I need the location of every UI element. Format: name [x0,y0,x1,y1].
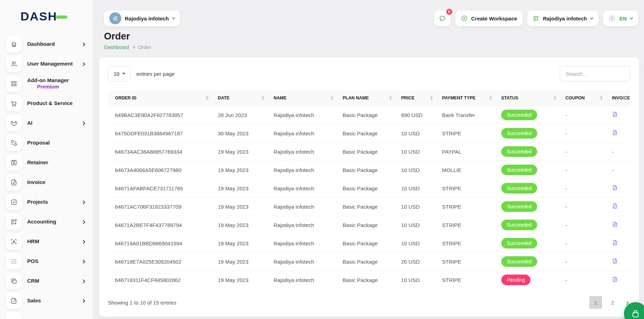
plan-name-cell: Basic Package [338,197,397,216]
invoice-file-icon[interactable] [612,258,618,264]
column-order-id[interactable]: ORDER ID [108,90,214,106]
invoice-file-icon[interactable] [612,111,618,118]
grid-plus-icon [533,15,539,22]
page-button-1[interactable]: 1 [589,296,602,309]
invoice-cell: - [608,161,630,179]
breadcrumb-dashboard-link[interactable]: Dashboard [104,44,129,50]
sidebar-item-label: Sales [27,297,41,304]
plan-name-cell: Basic Package [338,252,397,271]
main-area: Rajodiya infotech 0 Create Workspace Raj… [92,0,644,317]
invoice-file-icon[interactable] [612,129,618,136]
coupon-cell: - [561,234,608,252]
sort-icon [389,96,392,100]
chevron-right-icon [82,297,85,304]
sidebar-item-label: Retainer [27,159,48,166]
table-row: 64673A4064A5E60672798019 May 2023Rajodiy… [108,161,630,179]
shopping-bag-icon [631,309,640,319]
page-button-2[interactable]: 2 [606,296,619,309]
column-status[interactable]: STATUS [497,90,561,106]
topbar: Rajodiya infotech 0 Create Workspace Raj… [92,0,644,26]
sidebar-item-label: Add-on Manager Premium [27,77,69,90]
chat-button[interactable]: 0 [434,11,450,26]
order-id-cell: 649BAC3E80A2F827783857 [108,106,214,124]
column-payment-type[interactable]: PAYMENT TYPE [438,90,497,106]
chevron-right-icon [132,46,135,49]
sidebar-item-ai[interactable]: AI [6,115,87,131]
workspace-avatar [109,12,121,24]
invoice-cell [608,216,630,234]
invoice-file-icon[interactable] [612,184,618,191]
column-name[interactable]: NAME [269,90,338,106]
apps-icon [6,75,22,92]
app-logo[interactable]: DASH [20,9,92,23]
name-cell: Rajodiya infotech [269,124,338,142]
sort-icon [600,96,603,100]
invoice-cell [608,252,630,271]
order-id-cell: 6475DDFE031B3884967187 [108,124,214,142]
invoice-cell [608,234,630,252]
home-icon [6,36,22,52]
chevron-right-icon [82,238,85,245]
create-workspace-label: Create Workspace [471,16,517,22]
sidebar-item-user-management[interactable]: User Management [6,56,87,72]
entries-per-page-select[interactable]: 10 [108,66,130,81]
table-row: 646718E7A025E30920450219 May 2023Rajodiy… [108,252,630,271]
create-workspace-button[interactable]: Create Workspace [455,11,523,26]
sidebar-item-dashboard[interactable]: Dashboard [6,36,87,52]
account-selector[interactable]: Rajodiya infotech [527,11,598,26]
column-plan-name[interactable]: PLAN NAME [338,90,397,106]
invoice-file-icon[interactable] [612,276,618,283]
column-coupon[interactable]: COUPON [561,90,608,106]
date-cell: 19 May 2023 [214,179,269,197]
sort-icon [206,96,209,100]
sidebar-item-partial[interactable] [6,312,87,319]
ai-icon [6,115,22,131]
sidebar-item-hrm[interactable]: HRM [6,233,87,250]
payment-type-cell: STRIPE [438,179,497,197]
sidebar-item-label: HRM [27,238,39,245]
workspace-selector[interactable]: Rajodiya infotech [104,11,180,26]
status-cell: Succeeded [497,161,561,179]
sidebar-item-product-service[interactable]: Product & Service [6,95,87,111]
sidebar-item-retainer[interactable]: Retainer [6,154,87,171]
coupon-cell: - [561,106,608,124]
sidebar-item-pos[interactable]: POS [6,253,87,269]
file-icon [6,174,22,190]
status-badge: Succeeded [501,128,537,139]
language-selector[interactable]: EN [603,11,638,26]
date-cell: 19 May 2023 [214,197,269,216]
app-logo-text: DASH [20,10,57,23]
sidebar-item-sales[interactable]: Sales [6,293,87,309]
price-cell: 10 USD [397,124,438,142]
invoice-file-icon[interactable] [612,239,618,246]
column-invoice[interactable]: INVOICE [608,90,630,106]
invoice-file-icon[interactable] [612,203,618,209]
sidebar-item-crm[interactable]: CRM [6,273,87,289]
sidebar-item-proposal[interactable]: Proposal [6,135,87,151]
plan-name-cell: Basic Package [338,216,397,234]
column-price[interactable]: PRICE [397,90,438,106]
sidebar-item-accounting[interactable]: Accounting [6,214,87,230]
workspace-name: Rajodiya infotech [125,16,169,22]
sidebar: DASH Dashboard User Management Add-on Ma… [0,0,92,319]
table-row: 64671A2BE7F4F43778979419 May 2023Rajodiy… [108,216,630,234]
checkbox-icon [6,194,22,210]
coupon-cell: - [561,179,608,197]
date-cell: 19 May 2023 [214,252,269,271]
search-input[interactable] [560,66,630,81]
order-id-cell: 646718311F4CF845802862 [108,271,214,289]
sidebar-item-invoice[interactable]: Invoice [6,174,87,190]
column-date[interactable]: DATE [214,90,269,106]
invoice-cell [608,271,630,289]
language-code: EN [619,16,627,22]
globe-icon [608,15,616,22]
table-row: 64671AFABFACE73171176519 May 2023Rajodiy… [108,179,630,197]
sidebar-item-addon-manager[interactable]: Add-on Manager Premium [6,75,87,92]
coupon-cell: - [561,252,608,271]
sidebar-item-projects[interactable]: Projects [6,194,87,210]
status-cell: Succeeded [497,179,561,197]
sidebar-item-label: POS [27,258,38,265]
invoice-file-icon[interactable] [612,221,618,228]
entries-per-page-label: entries per page [136,71,174,77]
plan-name-cell: Basic Package [338,106,397,124]
